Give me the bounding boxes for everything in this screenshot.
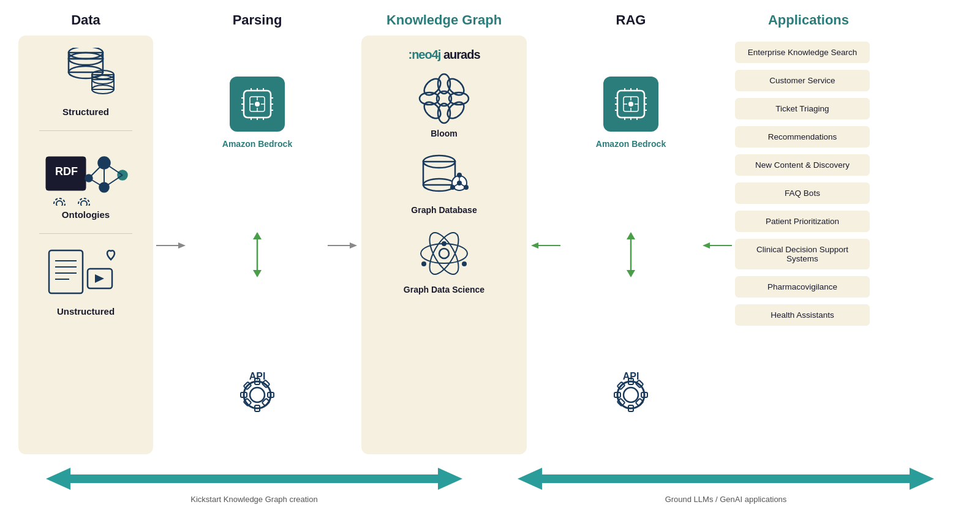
svg-point-75	[445, 99, 467, 122]
app-recommendations: Recommendations	[735, 126, 870, 148]
svg-point-74	[421, 76, 444, 99]
svg-marker-31	[95, 274, 104, 283]
parsing-api-group: API	[227, 361, 288, 419]
rag-bedrock-group: Amazon Bedrock	[596, 77, 666, 149]
svg-marker-97	[531, 242, 538, 249]
apps-column: Applications Enterprise Knowledge Search…	[735, 12, 882, 454]
bedrock-icon-top	[230, 77, 285, 132]
bloom-icon	[417, 73, 472, 125]
graph-db-label: Graph Database	[411, 205, 477, 215]
app-pharmacovigilance: Pharmacovigilance	[735, 276, 870, 298]
data-to-parsing-arrow	[153, 12, 190, 454]
parsing-header: Parsing	[233, 12, 282, 28]
bottom-section: Kickstart Knowledge Graph creation Groun…	[0, 460, 980, 510]
bedrock-icon-rag	[603, 77, 658, 132]
app-clinical-decision: Clinical Decision Support Systems	[735, 239, 870, 269]
svg-rect-4	[69, 53, 103, 59]
svg-point-93	[442, 241, 447, 246]
structured-group: Structured	[55, 48, 116, 117]
parsing-column: Parsing	[190, 12, 325, 454]
rag-api-icon: API	[600, 361, 662, 419]
ontologies-icon: RDF	[43, 144, 129, 206]
svg-line-18	[104, 175, 123, 187]
data-column: Data	[18, 12, 153, 454]
divider-2	[39, 233, 132, 234]
data-header: Data	[71, 12, 100, 28]
svg-point-77	[421, 99, 444, 122]
structured-icon	[55, 48, 116, 103]
app-content-discovery: New Content & Discovery	[735, 154, 870, 176]
svg-marker-134	[518, 468, 934, 490]
app-customer-service: Customer Service	[735, 70, 870, 91]
parsing-inner: Amazon Bedrock	[222, 36, 292, 454]
svg-marker-55	[253, 270, 262, 277]
parsing-bedrock-top: Amazon Bedrock	[222, 77, 292, 149]
left-arrow-label: Kickstart Knowledge Graph creation	[190, 495, 317, 504]
right-arrow-label: Ground LLMs / GenAI applications	[665, 495, 787, 504]
svg-rect-79	[423, 162, 455, 185]
ontologies-group: RDF	[43, 144, 129, 220]
unstructured-icon	[46, 247, 126, 302]
rag-bedrock-label: Amazon Bedrock	[596, 139, 666, 149]
rag-header: RAG	[616, 12, 646, 28]
rag-api-group: API	[600, 361, 662, 419]
unstructured-group: Unstructured	[46, 247, 126, 317]
graph-ds-label: Graph Data Science	[404, 285, 484, 294]
svg-line-16	[104, 163, 123, 175]
graph-db-icon	[413, 149, 475, 201]
graph-ds-group: Graph Data Science	[404, 226, 484, 294]
parsing-v-arrow	[248, 230, 266, 279]
rag-v-arrow	[622, 230, 640, 279]
neo4j-logo: :neo4j aurads	[408, 48, 480, 62]
neo4j-logo-group: :neo4j aurads	[408, 48, 480, 62]
svg-point-90	[421, 244, 467, 263]
svg-point-89	[439, 249, 449, 258]
svg-point-57	[250, 388, 265, 402]
graph-ds-icon	[413, 226, 475, 281]
right-arrow-block: Ground LLMs / GenAI applications	[490, 465, 962, 504]
graph-db-group: Graph Database	[411, 149, 477, 215]
svg-text:API: API	[623, 371, 639, 381]
svg-point-24	[78, 198, 89, 206]
ontologies-label: Ontologies	[62, 209, 110, 220]
app-patient-prioritization: Patient Prioritization	[735, 211, 870, 232]
svg-marker-68	[350, 242, 357, 249]
svg-marker-54	[253, 232, 262, 239]
parsing-api-icon: API	[227, 361, 288, 419]
left-arrow-svg	[46, 465, 462, 492]
apps-header: Applications	[768, 12, 849, 28]
rag-to-apps-arrow	[698, 12, 735, 454]
rag-column: RAG	[564, 12, 698, 454]
svg-point-52	[255, 102, 260, 107]
svg-point-121	[624, 388, 638, 402]
svg-point-23	[81, 201, 87, 206]
svg-line-19	[89, 163, 104, 178]
rag-inner: Amazon Bedrock	[596, 36, 666, 454]
app-ticket-triaging: Ticket Triaging	[735, 98, 870, 119]
svg-point-21	[56, 201, 62, 206]
svg-marker-119	[627, 270, 635, 277]
parsing-bedrock-label-top: Amazon Bedrock	[222, 139, 292, 149]
svg-point-22	[54, 198, 65, 206]
svg-point-116	[628, 102, 633, 107]
svg-point-76	[445, 76, 467, 99]
svg-marker-33	[178, 242, 186, 249]
svg-marker-118	[627, 232, 635, 239]
data-box: Structured RDF	[18, 36, 153, 454]
svg-point-95	[421, 261, 426, 266]
kg-header: Knowledge Graph	[386, 12, 502, 28]
svg-rect-25	[49, 250, 83, 293]
app-enterprise-search: Enterprise Knowledge Search	[735, 42, 870, 63]
kg-column: Knowledge Graph :neo4j aurads	[361, 12, 527, 454]
svg-marker-132	[703, 242, 710, 249]
bloom-label: Bloom	[431, 129, 458, 138]
svg-text:RDF: RDF	[55, 165, 78, 178]
divider-1	[39, 130, 132, 131]
app-faq-bots: FAQ Bots	[735, 182, 870, 204]
kg-to-rag-arrow	[527, 12, 564, 454]
svg-point-94	[462, 261, 467, 266]
left-arrow-block: Kickstart Knowledge Graph creation	[18, 465, 490, 504]
right-arrow-svg	[518, 465, 934, 492]
kg-box: :neo4j aurads	[361, 36, 527, 454]
app-health-assistants: Health Assistants	[735, 304, 870, 326]
